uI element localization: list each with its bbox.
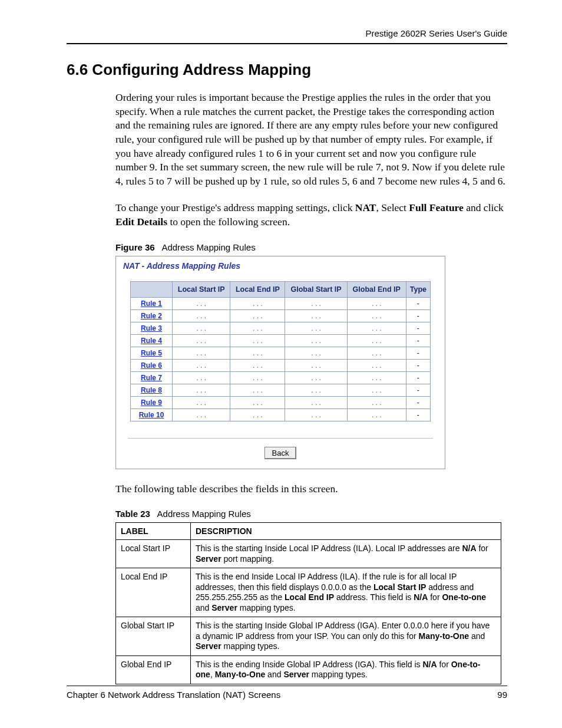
paragraph-3: The following table describes the fields… [115, 482, 507, 496]
bold: Many-to-One [215, 670, 266, 679]
rule-link[interactable]: Rule 7 [131, 371, 173, 384]
table-row: Rule 6. . .. . .. . .. . .- [131, 359, 431, 371]
rule-link[interactable]: Rule 3 [131, 322, 173, 334]
rule-cell: . . . [173, 322, 230, 334]
figure-number: Figure 36 [115, 242, 155, 252]
figure-caption: Figure 36 Address Mapping Rules [115, 242, 507, 252]
rule-cell: . . . [285, 409, 347, 421]
bold: N/A [414, 592, 428, 602]
rule-link[interactable]: Rule 1 [131, 297, 173, 309]
rule-cell: . . . [230, 409, 285, 421]
table-row: Rule 3. . .. . .. . .. . .- [131, 322, 431, 334]
rule-cell: . . . [173, 347, 230, 359]
txt: address. This field is [334, 592, 414, 602]
txt: This is the starting Inside Local IP Add… [196, 543, 462, 553]
rule-type-cell: - [406, 309, 430, 322]
rule-type-cell: - [406, 334, 430, 347]
rules-col-global-end: Global End IP [347, 281, 406, 297]
rule-cell: . . . [173, 309, 230, 322]
txt: for [428, 592, 442, 602]
screenshot-divider [128, 438, 433, 439]
desc-row-local-end: Local End IP This is the end Inside Loca… [116, 568, 501, 617]
bold: Server [196, 554, 222, 564]
rule-cell: . . . [285, 384, 347, 396]
rule-link[interactable]: Rule 10 [131, 409, 173, 421]
txt: and [469, 631, 485, 641]
table-row: Rule 4. . .. . .. . .. . .- [131, 334, 431, 347]
rules-col-type: Type [406, 281, 430, 297]
desc-label: Global End IP [116, 655, 191, 684]
section-heading: 6.6 Configuring Address Mapping [67, 61, 507, 79]
rule-cell: . . . [347, 309, 406, 322]
table-row: Rule 2. . .. . .. . .. . .- [131, 309, 431, 322]
rule-cell: . . . [347, 396, 406, 409]
rules-col-global-start: Global Start IP [285, 281, 347, 297]
rule-cell: . . . [173, 396, 230, 409]
rule-link[interactable]: Rule 8 [131, 384, 173, 396]
rules-table: Local Start IP Local End IP Global Start… [130, 281, 431, 421]
rule-cell: . . . [347, 384, 406, 396]
txt: for [477, 543, 488, 553]
rule-link[interactable]: Rule 9 [131, 396, 173, 409]
footer-chapter: Chapter 6 Network Address Translation (N… [67, 690, 280, 700]
table-number: Table 23 [115, 509, 150, 519]
txt: and [196, 603, 211, 612]
bold: One-to-one [442, 592, 486, 602]
screenshot-panel: NAT - Address Mapping Rules Local Start … [115, 256, 445, 469]
p2-b3: Edit Details [115, 216, 167, 228]
rule-link[interactable]: Rule 4 [131, 334, 173, 347]
rule-cell: . . . [230, 371, 285, 384]
bold: Many-to-One [418, 631, 469, 641]
paragraph-1: Ordering your rules is important because… [115, 91, 507, 188]
txt: and [265, 670, 283, 679]
rule-link[interactable]: Rule 2 [131, 309, 173, 322]
desc-header-row: LABEL DESCRIPTION [116, 523, 501, 540]
desc-header-label: LABEL [116, 523, 191, 540]
table-row: Rule 1. . .. . .. . .. . .- [131, 297, 431, 309]
description-table: LABEL DESCRIPTION Local Start IP This is… [115, 522, 501, 684]
txt: for [437, 660, 451, 669]
rule-cell: . . . [347, 371, 406, 384]
rule-type-cell: - [406, 384, 430, 396]
rule-cell: . . . [285, 322, 347, 334]
rule-cell: . . . [230, 297, 285, 309]
rule-link[interactable]: Rule 6 [131, 359, 173, 371]
table-row: Rule 10. . .. . .. . .. . .- [131, 409, 431, 421]
rule-type-cell: - [406, 371, 430, 384]
rule-cell: . . . [347, 347, 406, 359]
running-header: Prestige 2602R Series User's Guide [67, 28, 507, 43]
desc-label: Local Start IP [116, 540, 191, 568]
table-row: Rule 8. . .. . .. . .. . .- [131, 384, 431, 396]
rule-cell: . . . [285, 347, 347, 359]
bold: Local Start IP [373, 582, 426, 592]
rule-link[interactable]: Rule 5 [131, 347, 173, 359]
rule-cell: . . . [230, 309, 285, 322]
table-row: Rule 5. . .. . .. . .. . .- [131, 347, 431, 359]
p2-b1: NAT [355, 202, 376, 213]
footer-rule [67, 686, 507, 686]
rule-cell: . . . [285, 396, 347, 409]
rule-cell: . . . [230, 359, 285, 371]
p2-pre: To change your Prestige's address mappin… [115, 202, 355, 213]
desc-label: Local End IP [116, 568, 191, 617]
rule-cell: . . . [230, 334, 285, 347]
rule-cell: . . . [230, 322, 285, 334]
rule-cell: . . . [230, 396, 285, 409]
rule-type-cell: - [406, 409, 430, 421]
rules-header-row: Local Start IP Local End IP Global Start… [131, 281, 431, 297]
back-button[interactable]: Back [265, 447, 297, 459]
table-row: Rule 7. . .. . .. . .. . .- [131, 371, 431, 384]
rule-cell: . . . [173, 409, 230, 421]
desc-label: Global Start IP [116, 617, 191, 656]
p2-b2: Full Feature [409, 202, 464, 213]
rule-cell: . . . [173, 384, 230, 396]
bold: Local End IP [285, 592, 334, 602]
rule-cell: . . . [285, 309, 347, 322]
desc-row-local-start: Local Start IP This is the starting Insi… [116, 540, 501, 568]
rule-cell: . . . [347, 297, 406, 309]
table-title: Address Mapping Rules [157, 509, 251, 519]
bold: Server [211, 603, 237, 612]
p2-mid1: , Select [376, 202, 409, 213]
desc-description: This is the starting Inside Local IP Add… [191, 540, 501, 568]
rule-cell: . . . [285, 359, 347, 371]
